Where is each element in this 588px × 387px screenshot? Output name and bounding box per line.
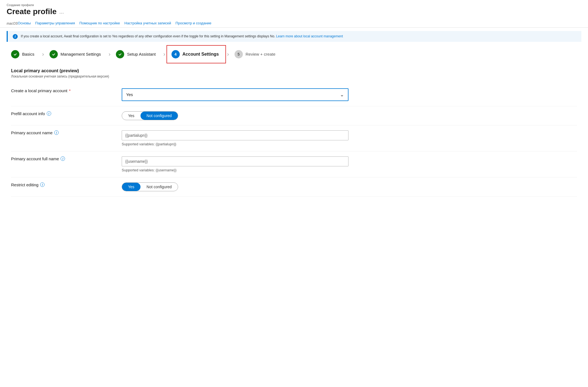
form-label-col-primary-full-name: Primary account full name i [11,156,116,161]
section-title: Local primary account (preview) [11,68,577,73]
step-review[interactable]: 5 Review + create [230,45,282,63]
step-circle-account: 4 [171,50,180,58]
control-col-primary-full-name: Supported variables: {{username}} [122,156,577,172]
step-setup[interactable]: Setup Assistant [111,45,162,63]
form-row-primary-name: Primary account name i Supported variabl… [11,125,577,151]
step-basics[interactable]: Basics [7,45,41,63]
form-label-col-primary-name: Primary account name i [11,130,116,135]
toggle-prefill-not-configured[interactable]: Not configured [141,112,178,120]
form-row-create-local: Create a local primary account * Yes ⌄ [11,83,577,106]
step-label-account: Account Settings [183,52,219,57]
page-title-text: Create profile [7,7,57,16]
info-banner: i If you create a local account, Await f… [7,31,581,42]
step-label-review: Review + create [246,52,275,56]
toggle-restrict: Yes Not configured [122,182,178,191]
svg-point-0 [13,52,18,57]
sub-label-primary-name: Supported variables: {{partialupn}} [122,142,577,146]
step-mgmt[interactable]: Management Settings [45,45,108,63]
info-banner-main: If you create a local account, Await fin… [21,34,275,38]
info-icon-blue: i [13,34,18,39]
svg-point-2 [118,52,123,57]
nav-item-review[interactable]: Просмотр и создание [176,19,216,27]
prefill-info-icon[interactable]: i [47,111,51,116]
control-col-create-local: Yes ⌄ [122,88,577,101]
nav-item-basics[interactable]: Основы [18,19,35,27]
step-sep-4: › [226,45,230,63]
os-badge: macOS [7,22,18,25]
input-primary-name[interactable] [122,130,348,140]
dropdown-arrow-icon: ⌄ [340,92,344,98]
step-label-setup: Setup Assistant [127,52,155,56]
step-sep-2: › [108,45,112,63]
label-primary-name: Primary account name [11,130,53,135]
form-label-col-create-local: Create a local primary account * [11,88,116,93]
page-wrapper: Создание профиля Create profile ... macO… [0,0,588,387]
step-label-mgmt: Management Settings [61,52,101,56]
label-primary-full-name: Primary account full name [11,156,59,161]
form-label-col-restrict: Restrict editing i [11,182,116,187]
step-circle-basics [11,50,19,58]
step-circle-setup [116,50,124,58]
step-label-basics: Basics [22,52,34,56]
toggle-prefill-yes[interactable]: Yes [122,112,141,120]
primary-full-name-info-icon[interactable]: i [61,156,65,161]
control-col-primary-name: Supported variables: {{partialupn}} [122,130,577,146]
svg-point-1 [51,52,56,57]
toggle-restrict-not-configured[interactable]: Not configured [141,183,178,191]
form-row-primary-full-name: Primary account full name i Supported va… [11,151,577,177]
form-row-restrict: Restrict editing i Yes Not configured [11,177,577,197]
wizard-nav: macOS Основы Параметры управления Помощн… [0,18,588,28]
nav-item-accounts[interactable]: Настройка учетных записей [124,19,176,27]
form-row-prefill: Prefill account info i Yes Not configure… [11,106,577,125]
step-sep-1: › [41,45,45,63]
page-title: Create profile ... [7,7,581,16]
content-area: Local primary account (preview) Локальна… [0,63,588,208]
nav-item-setup[interactable]: Помощник по настройке [79,19,124,27]
sub-label-primary-full-name: Supported variables: {{username}} [122,168,577,172]
label-create-local: Create a local primary account * [11,88,71,93]
primary-name-info-icon[interactable]: i [54,130,59,135]
required-star: * [69,88,71,93]
step-circle-mgmt [50,50,58,58]
input-primary-full-name[interactable] [122,156,348,166]
control-col-prefill: Yes Not configured [122,111,577,120]
toggle-prefill: Yes Not configured [122,111,178,120]
page-subtitle: Создание профиля [7,3,581,7]
section-subtitle: Локальная основная учетная запись (предв… [11,74,577,78]
dropdown-value: Yes [126,92,133,97]
form-label-col-prefill: Prefill account info i [11,111,116,116]
step-circle-review: 5 [235,50,243,58]
info-banner-link[interactable]: Learn more about local account managemen… [276,34,343,38]
label-prefill: Prefill account info [11,111,45,116]
toggle-restrict-yes[interactable]: Yes [122,183,141,191]
page-title-ellipsis: ... [59,9,64,15]
nav-item-mgmt[interactable]: Параметры управления [35,19,79,27]
step-sep-3: › [162,45,166,63]
restrict-info-icon[interactable]: i [40,182,45,187]
control-col-restrict: Yes Not configured [122,182,577,191]
dropdown-create-local[interactable]: Yes ⌄ [122,88,348,101]
step-account[interactable]: 4 Account Settings [166,45,226,63]
page-header: Создание профиля Create profile ... [0,0,588,18]
steps-bar: Basics › Management Settings › Setup Ass… [0,45,588,63]
label-restrict: Restrict editing [11,182,38,187]
